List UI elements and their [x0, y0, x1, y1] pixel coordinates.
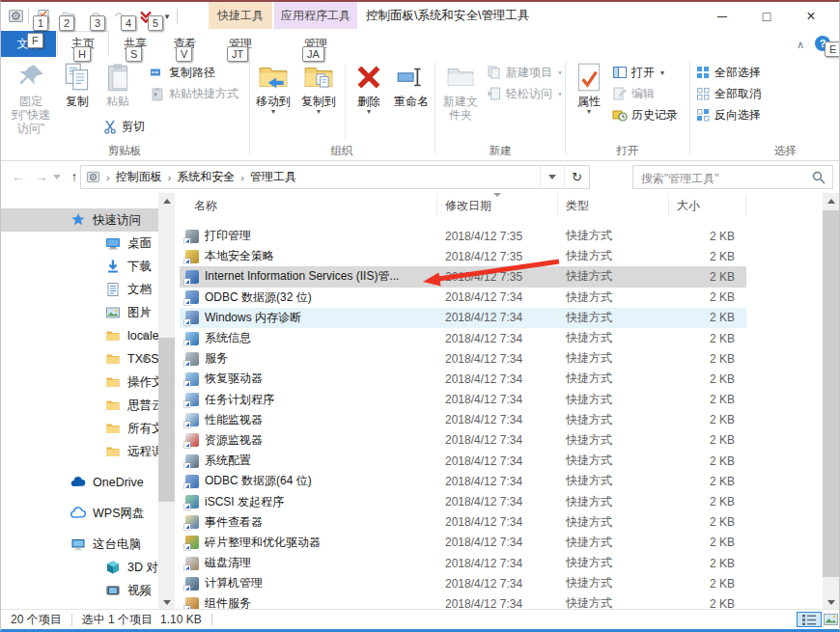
pin-to-quick-access-button[interactable]: 固定到"快速访问": [6, 61, 56, 135]
easy-access-button[interactable]: 轻松访问: [484, 84, 565, 103]
history-button[interactable]: 历史记录: [609, 105, 681, 124]
rename-button[interactable]: 重命名: [388, 61, 434, 108]
file-row[interactable]: 资源监视器2018/4/12 7:34快捷方式2 KB: [180, 430, 746, 451]
column-header-name[interactable]: 名称: [180, 195, 437, 216]
sidebar-item-documents[interactable]: 文档: [1, 278, 158, 301]
address-box[interactable]: › 控制面板 › 系统和安全 › 管理工具 ↻: [80, 165, 590, 189]
sidebar-item-op-docs[interactable]: 操作文档: [1, 371, 158, 394]
minimize-button[interactable]: ─: [700, 2, 744, 31]
sidebar-item-pictures[interactable]: 图片: [1, 301, 158, 324]
file-row[interactable]: ODBC 数据源(32 位)2018/4/12 7:34快捷方式2 KB: [180, 288, 746, 308]
forward-button[interactable]: →: [30, 165, 53, 188]
scroll-down-icon[interactable]: [158, 594, 175, 610]
scrollbar-thumb[interactable]: [823, 210, 839, 577]
documents-icon: [105, 282, 121, 297]
breadcrumb-control-panel[interactable]: 控制面板: [116, 169, 162, 185]
open-button[interactable]: 打开: [609, 63, 667, 82]
sidebar-item-3d-objects[interactable]: 3D 对象: [1, 556, 158, 579]
breadcrumb-system-security[interactable]: 系统和安全: [177, 169, 235, 185]
select-all-button[interactable]: 全部选择: [692, 63, 764, 82]
shortcut-overlay-icon: [184, 238, 190, 244]
file-row[interactable]: Windows 内存诊断2018/4/12 7:34快捷方式2 KB: [180, 308, 746, 328]
sidebar-item-downloads[interactable]: 下载: [1, 255, 158, 278]
pictures-icon: [105, 305, 121, 320]
copy-button[interactable]: 复制: [58, 61, 97, 108]
file-row[interactable]: 碎片整理和优化驱动器2018/4/12 7:34快捷方式2 KB: [180, 533, 746, 553]
file-name-cell: 打印管理: [180, 228, 437, 244]
eventvwr-shortcut-icon: [185, 515, 199, 529]
sidebar-scrollbar[interactable]: [158, 193, 175, 610]
details-view-button[interactable]: [797, 612, 822, 627]
file-row[interactable]: 打印管理2018/4/12 7:35快捷方式2 KB: [180, 226, 746, 246]
sidebar-item-videos[interactable]: 视频: [1, 579, 158, 602]
close-button[interactable]: ×: [789, 2, 833, 31]
breadcrumb-admin-tools[interactable]: 管理工具: [250, 169, 296, 185]
recent-locations-dropdown[interactable]: [51, 165, 63, 188]
file-name: 计算机管理: [205, 575, 263, 591]
file-type: 快捷方式: [558, 432, 669, 449]
paste-shortcut-button[interactable]: 粘贴快捷方式: [147, 84, 241, 103]
sidebar-item-desktop[interactable]: 桌面: [1, 232, 158, 255]
column-header-type[interactable]: 类型: [558, 195, 669, 216]
file-date: 2018/4/12 7:34: [437, 475, 558, 488]
address-dropdown-chevron-icon[interactable]: [540, 166, 564, 188]
sidebar-item-label: 远程调试文档-PDF版: [127, 444, 158, 460]
file-date: 2018/4/12 7:34: [437, 332, 558, 345]
qat-separator-2: [177, 9, 178, 24]
file-name: 磁盘清理: [205, 555, 251, 571]
select-none-button[interactable]: 全部取消: [692, 84, 764, 103]
delete-button[interactable]: 删除: [350, 61, 388, 115]
sidebar-item-txsso[interactable]: TXSSO: [1, 347, 158, 371]
new-item-button[interactable]: 新建项目: [484, 63, 565, 82]
edit-button[interactable]: 编辑: [609, 84, 658, 103]
copy-to-button[interactable]: 复制到: [296, 61, 341, 115]
file-date: 2018/4/12 7:35: [437, 270, 558, 284]
column-header-date-modified[interactable]: 修改日期: [437, 195, 558, 216]
copy-path-button[interactable]: 复制路径: [147, 63, 218, 82]
sidebar-item-this-pc[interactable]: 这台电脑: [1, 533, 158, 556]
sidebar-item-sipu-docs[interactable]: 思普云产品文档: [1, 394, 158, 417]
scrollbar-thumb[interactable]: [158, 338, 175, 502]
invert-selection-button[interactable]: 反向选择: [692, 105, 764, 124]
back-button[interactable]: ←: [7, 165, 30, 188]
sidebar-item-wps-cloud[interactable]: WPS网盘: [1, 502, 158, 525]
new-folder-button[interactable]: 新建文件夹: [438, 61, 483, 122]
scroll-down-icon[interactable]: [823, 594, 839, 610]
file-date: 2018/4/12 7:34: [437, 290, 558, 304]
column-header-size[interactable]: 大小: [669, 195, 746, 216]
scroll-up-icon[interactable]: [823, 193, 839, 208]
file-row[interactable]: iSCSI 发起程序2018/4/12 7:34快捷方式2 KB: [180, 491, 746, 511]
search-box[interactable]: [632, 165, 833, 189]
sidebar-item-quick-access[interactable]: 快速访问: [1, 208, 158, 232]
search-input[interactable]: [639, 168, 807, 188]
file-row[interactable]: 服务2018/4/12 7:34快捷方式2 KB: [180, 348, 746, 369]
file-row[interactable]: 本地安全策略2018/4/12 7:35快捷方式2 KB: [180, 246, 746, 266]
file-row[interactable]: 磁盘清理2018/4/12 7:34快捷方式2 KB: [180, 553, 746, 573]
copy-icon: [61, 61, 94, 94]
file-row[interactable]: 系统配置2018/4/12 7:34快捷方式2 KB: [180, 451, 746, 471]
keytip-E: E: [825, 41, 840, 57]
refresh-icon[interactable]: ↻: [564, 166, 589, 188]
move-to-button[interactable]: 移动到: [251, 61, 295, 115]
maximize-button[interactable]: □: [744, 2, 789, 31]
file-row[interactable]: 事件查看器2018/4/12 7:34快捷方式2 KB: [180, 512, 746, 533]
sidebar-item-word-docs[interactable]: 所有文档Word版: [1, 417, 158, 440]
cut-button[interactable]: 剪切: [99, 117, 148, 136]
file-list-scrollbar[interactable]: [823, 193, 839, 610]
file-row[interactable]: 任务计划程序2018/4/12 7:34快捷方式2 KB: [180, 390, 746, 410]
scroll-up-icon[interactable]: [158, 193, 175, 208]
properties-button[interactable]: 属性: [570, 61, 608, 115]
file-row[interactable]: 计算机管理2018/4/12 7:34快捷方式2 KB: [180, 573, 746, 593]
sidebar-item-pdf-docs[interactable]: 远程调试文档-PDF版: [1, 440, 158, 463]
file-row[interactable]: ODBC 数据源(64 位)2018/4/12 7:34快捷方式2 KB: [180, 471, 746, 491]
file-row[interactable]: Internet Information Services (IIS)管...2…: [180, 266, 746, 287]
file-row[interactable]: 性能监视器2018/4/12 7:34快捷方式2 KB: [180, 410, 746, 430]
ribbon-collapse-chevron-icon[interactable]: ∧: [793, 37, 808, 52]
large-icons-view-button[interactable]: [824, 613, 838, 626]
shortcut-overlay-icon: [184, 299, 190, 305]
file-row[interactable]: 系统信息2018/4/12 7:34快捷方式2 KB: [180, 328, 746, 348]
sidebar-item-locales[interactable]: locales: [1, 324, 158, 347]
sidebar-item-onedrive[interactable]: OneDrive: [1, 471, 158, 494]
paste-button[interactable]: 粘贴: [98, 61, 138, 108]
file-row[interactable]: 恢复驱动器2018/4/12 7:34快捷方式2 KB: [180, 369, 746, 389]
